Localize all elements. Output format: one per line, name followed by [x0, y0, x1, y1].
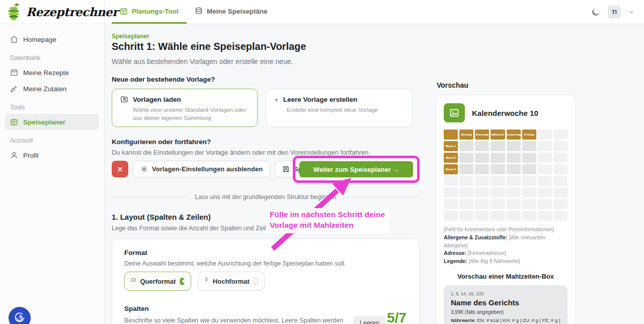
grid-empty-cell [553, 153, 568, 163]
note-address-value: [Firmenadresse] [468, 250, 506, 256]
grid-empty-cell [538, 153, 552, 163]
grid-day-header: Freitag [522, 129, 536, 140]
card-title: Leere Vorlage erstellen [283, 96, 358, 103]
calendar-icon [10, 118, 18, 126]
grid-slot-cell [475, 164, 489, 174]
save-icon [282, 165, 290, 173]
grid-empty-cell [538, 211, 552, 221]
recipe-box-icon [10, 69, 18, 77]
brand[interactable]: Rezeptrechner [0, 0, 105, 24]
note-legend-label: Legende: [444, 258, 467, 264]
sidebar-item-speiseplaner[interactable]: Speiseplaner [5, 114, 99, 130]
layout-card: Format Deine Auswahl bestimmt, welche Au… [112, 238, 420, 324]
grid-slot-cell [491, 141, 505, 151]
grid-empty-cell [538, 129, 552, 140]
grid-slot-cell [507, 153, 521, 163]
grid-day-header: Donnerstag [507, 129, 521, 140]
tab-label: Meine Speisepläne [207, 8, 268, 15]
topbar: Rezeptrechner Planungs-Tool Meine Speise… [0, 0, 644, 24]
template-choice-row: Vorlagen laden Wähle eine unserer Standa… [112, 89, 413, 127]
radio-hochformat[interactable]: Hochformat [198, 272, 265, 291]
tab-meine-speiseplaene[interactable]: Meine Speisepläne [187, 0, 276, 24]
grid-empty-cell [538, 164, 552, 174]
grid-day-header: Mittwoch [491, 129, 505, 140]
sidebar-section-datenbank: Datenbank [5, 47, 99, 64]
grid-slot-cell [475, 153, 489, 163]
folder-search-icon [120, 95, 128, 103]
grid-menu-label: Menü 3 [444, 164, 458, 174]
chevron-down-icon[interactable] [628, 9, 635, 16]
home-icon [10, 35, 18, 43]
grid-slot-cell [522, 153, 536, 163]
card-vorlagen-laden[interactable]: Vorlagen laden Wähle eine unserer Standa… [112, 89, 258, 127]
sidebar-item-meine-rezepte[interactable]: Meine Rezepte [5, 64, 99, 81]
spalten-title: Spalten [124, 305, 149, 312]
settings-toggle-button[interactable]: Vorlagen-Einstellungen ausblenden [133, 161, 270, 177]
grid-slot-cell [459, 153, 473, 163]
divider-text: Lass uns mit der grundlegenden Struktur … [195, 193, 337, 201]
sidebar-item-label: Profil [23, 152, 39, 159]
grid-empty-cell [475, 176, 489, 186]
close-button[interactable]: ✕ [112, 161, 128, 177]
grid-empty-cell [444, 176, 458, 186]
grid-slot-cell [459, 164, 473, 174]
mealbox-heading: Vorschau einer Mahlzeiten-Box [444, 273, 568, 280]
grid-slot-cell [475, 141, 489, 151]
grid-slot-cell [459, 141, 473, 151]
grid-empty-cell [553, 187, 568, 198]
grid-empty-cell [475, 211, 489, 221]
format-desc: Deine Auswahl bestimmt, welche Ausrichtu… [124, 260, 346, 267]
grid-empty-cell [444, 211, 458, 221]
sidebar-item-homepage[interactable]: Homepage [5, 31, 99, 47]
sidebar: Homepage Datenbank Meine Rezepte Meine Z… [0, 24, 105, 324]
grid-empty-cell [444, 199, 458, 209]
radio-selected-dot [180, 278, 185, 285]
note-legend-value: [Alle Big 8 Nährwerte] [469, 258, 520, 264]
note-address-label: Adresse: [444, 250, 466, 256]
sidebar-item-profil[interactable]: Profil [5, 147, 99, 163]
grid-empty-cell [444, 187, 458, 198]
grid-empty-cell [459, 199, 473, 209]
grid-menu-label: Menü 2 [444, 153, 458, 163]
grid-empty-cell [553, 199, 568, 209]
person-icon [10, 151, 18, 159]
radio-querformat[interactable]: Querformat [124, 272, 191, 291]
landscape-icon [131, 277, 136, 285]
button-label: Vorlagen-Einstellungen ausblenden [152, 165, 263, 173]
tab-planungs-tool[interactable]: Planungs-Tool [112, 0, 187, 24]
divider-line [112, 197, 188, 198]
avatar[interactable]: TI [608, 6, 621, 19]
grid-empty-cell [553, 164, 568, 174]
step-indicator: 5/7 [387, 310, 407, 324]
sidebar-item-label: Homepage [23, 36, 56, 43]
meal-preview-box: 1, 5, 14, 15, 133 Name des Gerichts 3,99… [444, 285, 568, 324]
sidebar-item-meine-zutaten[interactable]: Meine Zutaten [5, 81, 99, 97]
grid-day-header: Dienstag [475, 129, 489, 140]
grid-empty-cell [538, 187, 552, 198]
spalten-desc: Beschrifte so viele Spalten wie du verwe… [124, 316, 346, 324]
grid-empty-cell [507, 176, 521, 186]
grid-empty-cell [491, 199, 505, 209]
grid-slot-cell [491, 153, 505, 163]
leeren-button[interactable]: Leeren [353, 316, 386, 324]
grid-empty-cell [553, 176, 568, 186]
tab-label: Planungs-Tool [132, 8, 179, 15]
layout-section-desc: Lege das Format sowie die Anzahl der Spa… [112, 225, 286, 232]
preview-week-title: Kalenderwoche 10 [472, 109, 538, 117]
sidebar-item-label: Meine Zutaten [23, 85, 66, 93]
grid-empty-cell [507, 199, 521, 209]
grid-empty-cell [538, 199, 552, 209]
image-icon [444, 103, 465, 122]
card-desc: Erstelle eine komplett neue Vorlage [287, 106, 404, 114]
radio-label: Querformat [140, 278, 176, 285]
portrait-icon [204, 277, 209, 285]
grid-empty-cell [459, 176, 473, 186]
card-leere-vorlage[interactable]: + Leere Vorlage erstellen Erstelle eine … [266, 89, 413, 127]
dark-mode-moon-icon[interactable] [591, 7, 601, 17]
tab-bar: Planungs-Tool Meine Speisepläne [105, 0, 276, 24]
weiter-zum-speiseplaner-button[interactable]: Weiter zum Speiseplaner → [299, 161, 413, 177]
preview-heading: Vorschau [437, 81, 468, 89]
grid-empty-cell [538, 176, 552, 186]
annotation-highlight-box: Weiter zum Speiseplaner → [293, 156, 420, 183]
sidebar-item-label: Speiseplaner [23, 118, 65, 126]
